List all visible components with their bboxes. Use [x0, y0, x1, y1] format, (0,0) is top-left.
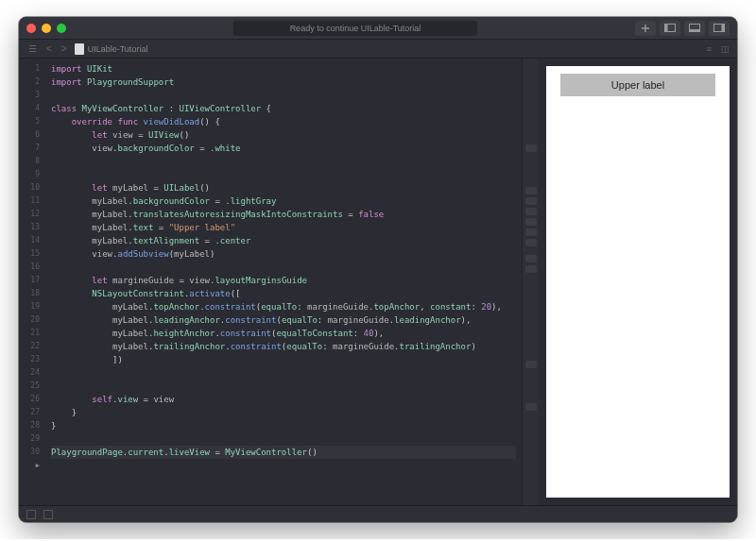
result-indicator[interactable]: [525, 239, 537, 246]
editor-mode-buttons: ≡ ◫: [707, 44, 730, 54]
sidebar-toggle-icon[interactable]: ☰: [26, 43, 39, 54]
result-indicator[interactable]: [525, 228, 537, 236]
toolbar-right: [635, 21, 730, 36]
minimize-icon[interactable]: [42, 24, 51, 33]
titlebar: Ready to continue UILable-Tutorial: [19, 17, 737, 40]
split-editor-icon[interactable]: ◫: [721, 44, 730, 54]
filename-label: UILable-Tutorial: [88, 44, 148, 54]
status-pill[interactable]: Ready to continue UILable-Tutorial: [233, 21, 478, 36]
result-rail: [522, 59, 539, 505]
result-indicator[interactable]: [525, 208, 537, 215]
result-indicator[interactable]: [525, 144, 537, 152]
xcode-window: Ready to continue UILable-Tutorial ☰ < >…: [19, 17, 737, 522]
add-button[interactable]: [635, 21, 656, 36]
result-indicator[interactable]: [525, 255, 537, 262]
standard-editor-icon[interactable]: ≡: [707, 44, 712, 54]
back-icon[interactable]: <: [44, 43, 54, 54]
result-indicator[interactable]: [525, 265, 537, 273]
panel-left-icon[interactable]: [660, 21, 680, 36]
console-panel-icon[interactable]: [43, 510, 53, 519]
bottom-bar: [19, 505, 737, 522]
zoom-icon[interactable]: [57, 24, 66, 33]
result-indicator[interactable]: [525, 403, 537, 411]
title-center: Ready to continue UILable-Tutorial: [76, 21, 635, 36]
panel-right-icon[interactable]: [709, 21, 730, 36]
main-area: 1234567891011121314151617181920212223242…: [19, 59, 737, 505]
result-indicator[interactable]: [525, 187, 537, 194]
breadcrumb[interactable]: UILable-Tutorial: [75, 43, 148, 55]
file-icon: [75, 43, 84, 55]
simulated-view: Upper label: [546, 66, 730, 498]
line-gutter: 1234567891011121314151617181920212223242…: [19, 59, 45, 505]
result-indicator[interactable]: [525, 361, 537, 368]
close-icon[interactable]: [26, 24, 36, 33]
result-indicator[interactable]: [525, 197, 537, 205]
code-editor[interactable]: 1234567891011121314151617181920212223242…: [19, 59, 539, 505]
code-area[interactable]: import UIKit import PlaygroundSupport cl…: [45, 59, 522, 505]
upper-label: Upper label: [560, 74, 715, 96]
jump-bar[interactable]: ☰ < > UILable-Tutorial ≡ ◫: [19, 40, 737, 59]
svg-rect-3: [690, 29, 700, 32]
result-indicator[interactable]: [525, 218, 537, 226]
traffic-lights: [26, 24, 66, 33]
live-preview-panel: Upper label: [539, 59, 737, 505]
forward-icon[interactable]: >: [60, 43, 69, 54]
svg-rect-5: [722, 25, 725, 32]
panel-bottom-icon[interactable]: [684, 21, 705, 36]
debug-panel-icon[interactable]: [26, 510, 36, 519]
svg-rect-1: [665, 25, 668, 32]
